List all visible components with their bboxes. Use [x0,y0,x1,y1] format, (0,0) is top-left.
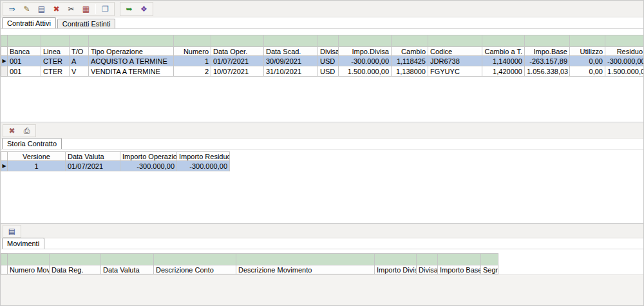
cell[interactable]: ACQUISTO A TERMINE [89,56,174,66]
cell[interactable]: 01/07/2021 [66,161,120,171]
column-header-importo-divisa[interactable]: Importo Divisa [375,265,417,274]
column-header-divisa[interactable]: Divisa [318,47,339,56]
cell[interactable]: 1 [8,161,66,171]
current-row-indicator: ▶ [1,56,8,66]
column-header-versione[interactable]: Versione [8,152,66,161]
tab-label: Storia Contratto [7,140,57,148]
cell[interactable]: 1,140000 [482,56,525,66]
cell[interactable]: 31/10/2021 [264,66,318,77]
storia-row-selected[interactable]: ▶ 1 01/07/2021 -300.000,00 -300.000,00 [1,161,230,171]
cell[interactable]: 1,118425 [392,56,428,66]
cancel-table-icon: ▦ [82,5,90,13]
movimenti-properties-button[interactable]: ▤ [5,225,19,238]
cell[interactable]: 10/07/2021 [211,66,264,77]
cell[interactable]: 001 [8,66,41,77]
storia-tabbar: Storia Contratto [1,139,643,149]
cell[interactable]: -263.157,89 [525,56,570,66]
cell[interactable]: 1,420000 [482,66,525,77]
column-header-cambio-a-t[interactable]: Cambio a T. [482,47,525,56]
contract-row-selected[interactable]: ▶ 001 CTER A ACQUISTO A TERMINE 1 01/07/… [1,56,644,66]
column-header-data-valuta[interactable]: Data Valuta [101,265,154,274]
browse-button[interactable]: ⇒ [5,3,19,15]
cell[interactable]: 1,138000 [392,66,428,77]
column-header-linea[interactable]: Linea [41,47,70,56]
cell[interactable]: 0,00 [570,56,605,66]
header-band [1,254,498,265]
main-toolbar: ⇒ ✎ ▤ ✖ ✂ ▦ ❐ ➥ ❖ [1,1,643,17]
cell[interactable]: CTER [41,56,70,66]
tab-contratti-attivi[interactable]: Contratti Attivi [2,17,56,28]
cell[interactable]: 1.500.000,00 [605,66,644,77]
cell[interactable]: -300.000,00 [339,56,392,66]
cell[interactable]: 1 [174,56,211,66]
delete-x-icon: ✖ [8,127,15,135]
cell[interactable]: 001 [8,56,41,66]
cell[interactable]: USD [318,56,339,66]
column-header-descrizione-movimento[interactable]: Descrizione Movimento [236,265,375,274]
storia-delete-button[interactable]: ✖ [5,124,19,137]
cell[interactable]: 0,00 [570,66,605,77]
movimenti-toolbar: ▤ [1,224,643,238]
column-header-importo-residuo[interactable]: Importo Residuo [177,152,230,161]
tab-contratti-estinti[interactable]: Contratti Estinti [57,19,116,28]
properties-button[interactable]: ▤ [34,3,49,15]
empty-area [1,274,643,305]
delete-button[interactable]: ✖ [49,3,64,15]
column-header-residuo[interactable]: Residuo [605,47,644,56]
exit-button[interactable]: ➥ [122,3,137,15]
column-header-utilizzo[interactable]: Utilizzo [570,47,605,56]
copy-button[interactable]: ❐ [98,3,113,15]
cell[interactable]: 30/09/2021 [264,56,318,66]
movimenti-grid: Numero Mov. Data Reg. Data Valuta Descri… [1,253,498,274]
cell[interactable]: -300.000,00 [177,161,230,171]
column-header-divisa[interactable]: Divisa [417,265,438,274]
column-header-importo-operazione[interactable]: Importo Operazione [120,152,177,161]
cell[interactable]: -300.000,00 [605,56,644,66]
column-header-impo-base[interactable]: Impo.Base [525,47,570,56]
cell[interactable]: A [70,56,89,66]
cancel-button[interactable]: ▦ [79,3,93,15]
cell[interactable]: 1.056.338,03 [525,66,570,77]
tab-movimenti[interactable]: Movimenti [2,238,44,249]
column-header-data-reg[interactable]: Data Reg. [50,265,101,274]
cell[interactable]: 01/07/2021 [211,56,264,66]
cut-button[interactable]: ✂ [64,3,79,15]
storia-print-button[interactable]: ⎙ [19,124,34,137]
column-header-data-oper[interactable]: Data Oper. [211,47,264,56]
cell[interactable]: 2 [174,66,211,77]
column-header-numero[interactable]: Numero [174,47,211,56]
copy-icon: ❐ [102,5,109,13]
contract-row[interactable]: 001 CTER V VENDITA A TERMINE 2 10/07/202… [1,66,644,77]
tab-label: Contratti Estinti [62,20,111,28]
cell[interactable]: 1.500.000,00 [339,66,392,77]
movimenti-toolbar-group: ▤ [3,225,21,238]
cell[interactable]: VENDITA A TERMINE [89,66,174,77]
cell[interactable]: CTER [41,66,70,77]
storia-grid: Versione Data Valuta Importo Operazione … [1,151,230,171]
column-header-descrizione-conto[interactable]: Descrizione Conto [154,265,236,274]
edit-button[interactable]: ✎ [19,3,34,15]
cell[interactable]: USD [318,66,339,77]
tab-storia-contratto[interactable]: Storia Contratto [2,138,62,149]
cell[interactable]: JDR6738 [428,56,482,66]
column-header-codice[interactable]: Codice [428,47,482,56]
header-band [1,35,644,47]
help-button[interactable]: ❖ [137,3,151,15]
column-header-segno[interactable]: Segno [481,265,498,274]
column-header-data-valuta[interactable]: Data Valuta [66,152,120,161]
column-header-data-scad[interactable]: Data Scad. [264,47,318,56]
cell[interactable]: -300.000,00 [120,161,177,171]
column-header-tipo-operazione[interactable]: Tipo Operazione [89,47,174,56]
main-toolbar-group: ⇒ ✎ ▤ ✖ ✂ ▦ ❐ [3,2,115,16]
column-header-importo-base[interactable]: Importo Base [438,265,481,274]
column-header-cambio[interactable]: Cambio [392,47,428,56]
cell[interactable]: V [70,66,89,77]
column-header-to[interactable]: T/O [70,47,89,56]
column-header-banca[interactable]: Banca [8,47,41,56]
cell[interactable]: FGYUYC [428,66,482,77]
column-header-impo-divisa[interactable]: Impo.Divisa [339,47,392,56]
column-header-numero-mov[interactable]: Numero Mov. [8,265,50,274]
help-book-icon: ❖ [140,5,147,13]
storia-toolbar: ✖ ⎙ [1,123,643,139]
browse-icon: ⇒ [8,5,15,13]
